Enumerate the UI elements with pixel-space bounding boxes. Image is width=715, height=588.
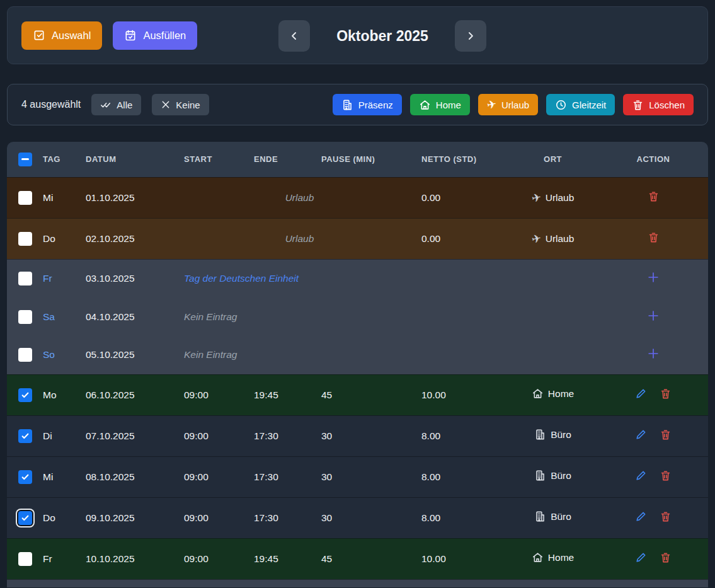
pause-value: 45 — [321, 553, 332, 564]
day-label: So — [43, 349, 55, 360]
delete-entry-button[interactable] — [660, 429, 672, 441]
ende-value: 17:30 — [254, 471, 278, 482]
add-entry-button[interactable] — [646, 347, 660, 360]
timesheet-table: TAG DATUM START ENDE PAUSE (MIN) NETTO (… — [7, 142, 708, 588]
alle-button[interactable]: Alle — [91, 94, 141, 115]
building-icon — [534, 510, 546, 522]
pause-value: 30 — [321, 430, 332, 441]
row-checkbox[interactable] — [18, 470, 32, 484]
ort-label: Büro — [551, 429, 571, 441]
loeschen-button[interactable]: Löschen — [623, 94, 694, 115]
plane-icon: ✈ — [487, 98, 496, 112]
plus-icon — [646, 270, 660, 284]
edit-entry-button[interactable] — [635, 470, 647, 481]
trash-icon — [660, 388, 672, 400]
table-row: Di07.10.202509:0017:30308.00Büro — [7, 415, 708, 456]
building-icon — [341, 99, 353, 111]
check-icon — [20, 513, 30, 523]
holiday-label: Tag der Deutschen Einheit — [184, 273, 299, 284]
delete-entry-button[interactable] — [660, 510, 672, 522]
plane-icon: ✈ — [532, 232, 541, 246]
keine-button[interactable]: Keine — [152, 94, 209, 115]
edit-entry-button[interactable] — [635, 388, 647, 400]
delete-entry-button[interactable] — [660, 551, 672, 563]
delete-entry-button[interactable] — [660, 388, 672, 400]
netto-value: 0.00 — [421, 233, 440, 244]
building-icon — [534, 470, 546, 481]
header-pause: PAUSE (MIN) — [318, 142, 418, 177]
edit-entry-button[interactable] — [635, 510, 647, 522]
day-label: Do — [43, 233, 55, 244]
row-checkbox[interactable] — [18, 232, 32, 246]
start-value: 09:00 — [184, 471, 209, 482]
page: Auswahl Ausfüllen Oktober 2025 — [0, 0, 715, 588]
netto-value: 10.00 — [421, 553, 446, 564]
table-row: Sa04.10.2025Kein Eintrag — [7, 297, 708, 336]
delete-entry-button[interactable] — [648, 190, 660, 202]
bulk-action-label: Löschen — [649, 100, 685, 110]
next-month-button[interactable] — [455, 20, 486, 52]
add-entry-button[interactable] — [646, 309, 660, 323]
edit-entry-button[interactable] — [635, 551, 647, 563]
home-button[interactable]: Home — [410, 94, 470, 115]
ausfuellen-button[interactable]: Ausfüllen — [113, 21, 197, 50]
edit-entry-button[interactable] — [635, 429, 647, 441]
gleitzeit-button[interactable]: Gleitzeit — [546, 94, 615, 115]
date-label: 01.10.2025 — [86, 192, 135, 203]
note-label: Urlaub — [285, 233, 314, 244]
pencil-icon — [635, 510, 647, 522]
selection-bar: 4 ausgewählt Alle Keine PräsenzHome✈Urla… — [7, 84, 708, 125]
partial-next-row — [7, 579, 708, 587]
pause-value: 45 — [321, 389, 332, 400]
day-label: Sa — [43, 311, 55, 322]
date-label: 08.10.2025 — [86, 471, 135, 482]
bulk-action-label: Home — [436, 100, 461, 110]
row-checkbox[interactable] — [18, 348, 32, 362]
start-value: 09:00 — [184, 389, 209, 400]
calendar-check-icon — [124, 29, 137, 42]
delete-entry-button[interactable] — [660, 470, 672, 481]
month-title: Oktober 2025 — [310, 28, 455, 45]
bulk-action-label: Präsenz — [358, 100, 393, 110]
double-check-icon — [100, 99, 112, 110]
ort-label: Urlaub — [546, 192, 575, 204]
row-checkbox[interactable] — [18, 388, 32, 402]
day-label: Fr — [43, 273, 52, 284]
row-checkbox[interactable] — [18, 511, 32, 525]
row-checkbox[interactable] — [18, 310, 32, 324]
table-row: Mi08.10.202509:0017:30308.00Büro — [7, 456, 708, 497]
row-checkbox[interactable] — [18, 191, 32, 205]
table-row: Do09.10.202509:0017:30308.00Büro — [7, 497, 708, 538]
toolbar-left-group: Auswahl Ausfüllen — [21, 21, 197, 50]
pencil-icon — [635, 551, 647, 563]
prev-month-button[interactable] — [278, 20, 310, 52]
header-ort: ORT — [507, 142, 598, 177]
ende-value: 19:45 — [254, 553, 278, 564]
plane-icon: ✈ — [532, 191, 541, 205]
ende-value: 19:45 — [254, 389, 278, 400]
auswahl-button[interactable]: Auswahl — [21, 21, 102, 50]
delete-entry-button[interactable] — [648, 231, 660, 243]
select-all-checkbox[interactable] — [18, 153, 32, 166]
check-icon — [20, 472, 30, 482]
praesenz-button[interactable]: Präsenz — [333, 94, 402, 115]
urlaub-button[interactable]: ✈Urlaub — [478, 94, 538, 115]
row-checkbox[interactable] — [18, 272, 32, 285]
pencil-icon — [635, 388, 647, 400]
home-icon — [532, 551, 544, 563]
pencil-icon — [635, 429, 647, 441]
bulk-actions-group: PräsenzHome✈UrlaubGleitzeitLöschen — [333, 94, 694, 115]
row-checkbox[interactable] — [18, 552, 32, 566]
trash-icon — [660, 551, 672, 563]
netto-value: 8.00 — [421, 430, 440, 441]
clock-icon — [555, 99, 567, 111]
day-label: Mo — [43, 389, 57, 400]
date-label: 03.10.2025 — [86, 273, 135, 284]
day-label: Di — [43, 430, 52, 441]
table-row: Mi01.10.2025Urlaub0.00✈Urlaub — [7, 177, 708, 218]
trash-icon — [648, 231, 660, 243]
start-value: 09:00 — [184, 430, 209, 441]
header-start: START — [181, 142, 251, 177]
row-checkbox[interactable] — [18, 429, 32, 443]
add-entry-button[interactable] — [646, 270, 660, 284]
